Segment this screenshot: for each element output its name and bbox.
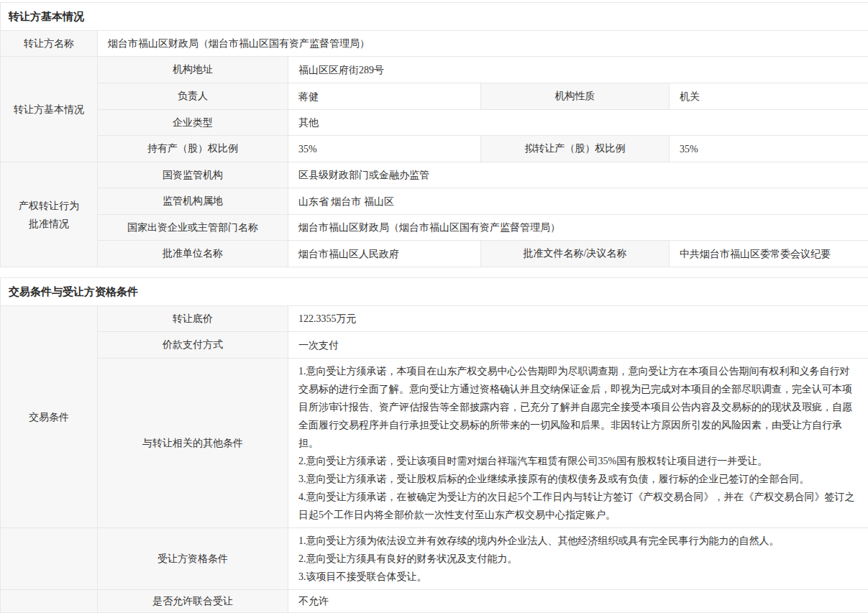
floor-price-value: 122.3355万元 [288, 306, 868, 332]
joint-transfer-value: 不允许 [288, 590, 868, 613]
qualification-group-cell [1, 528, 98, 590]
qualification-label: 受让方资格条件 [98, 528, 288, 590]
approval-unit-label: 批准单位名称 [98, 241, 288, 267]
principal-label: 负责人 [98, 83, 288, 110]
org-nature-label: 机构性质 [481, 83, 670, 110]
section-title-trade-conditions: 交易条件与受让方资格条件 [1, 278, 868, 306]
state-funded-enterprise-value: 烟台市福山区财政局（烟台市福山区国有资产监督管理局） [288, 215, 868, 241]
regulator-value: 区县级财政部门或金融办监管 [288, 162, 868, 188]
qualification-value: 1.意向受让方须为依法设立并有效存续的境内外企业法人、其他经济组织或具有完全民事… [288, 528, 868, 590]
enterprise-type-label: 企业类型 [98, 110, 288, 136]
group-cell-approval-status: 产权转让行为 批准情况 [1, 162, 98, 267]
trade-conditions-table: 交易条件与受让方资格条件 交易条件 转让底价 122.3355万元 价款支付方式… [0, 277, 868, 613]
group-cell-trade-conditions: 交易条件 [1, 306, 98, 528]
joint-transfer-group-cell [1, 590, 98, 613]
other-conditions-label: 与转让相关的其他条件 [98, 359, 288, 528]
payment-method-label: 价款支付方式 [98, 332, 288, 359]
group-cell-transferor-basic-info: 转让方基本情况 [1, 57, 98, 162]
enterprise-type-value: 其他 [288, 110, 868, 136]
approval-doc-label: 批准文件名称/决议名称 [481, 241, 670, 267]
transferor-name-label: 转让方名称 [1, 31, 98, 57]
holding-ratio-label: 持有产（股）权比例 [98, 136, 288, 162]
principal-value: 蒋健 [288, 83, 481, 110]
section-gap [0, 267, 868, 277]
regulator-location-value: 山东省 烟台市 福山区 [288, 188, 868, 215]
payment-method-value: 一次支付 [288, 332, 868, 359]
state-funded-enterprise-label: 国家出资企业或主管部门名称 [98, 215, 288, 241]
org-address-label: 机构地址 [98, 57, 288, 83]
joint-transfer-label: 是否允许联合受让 [98, 590, 288, 613]
holding-ratio-value: 35% [288, 136, 481, 162]
regulator-label: 国资监管机构 [98, 162, 288, 188]
transfer-notice-page: 转让方基本情况 转让方名称 烟台市福山区财政局（烟台市福山区国有资产监督管理局）… [0, 0, 868, 613]
org-nature-value: 机关 [670, 83, 868, 110]
transfer-ratio-value: 35% [670, 136, 868, 162]
section-title-transferor-basic-info: 转让方基本情况 [1, 3, 868, 31]
regulator-location-label: 监管机构属地 [98, 188, 288, 215]
other-conditions-value: 1.意向受让方须承诺，本项目在山东产权交易中心公告期即为尽职调查期，意向受让方在… [288, 359, 868, 528]
org-address-value: 福山区区府街289号 [288, 57, 868, 83]
approval-doc-value: 中共烟台市福山区委常委会议纪要 [670, 241, 868, 267]
transferor-name-value: 烟台市福山区财政局（烟台市福山区国有资产监督管理局） [98, 31, 868, 57]
approval-unit-value: 烟台市福山区人民政府 [288, 241, 481, 267]
floor-price-label: 转让底价 [98, 306, 288, 332]
transfer-ratio-label: 拟转让产（股）权比例 [481, 136, 670, 162]
transferor-basic-info-table: 转让方基本情况 转让方名称 烟台市福山区财政局（烟台市福山区国有资产监督管理局）… [0, 2, 868, 267]
